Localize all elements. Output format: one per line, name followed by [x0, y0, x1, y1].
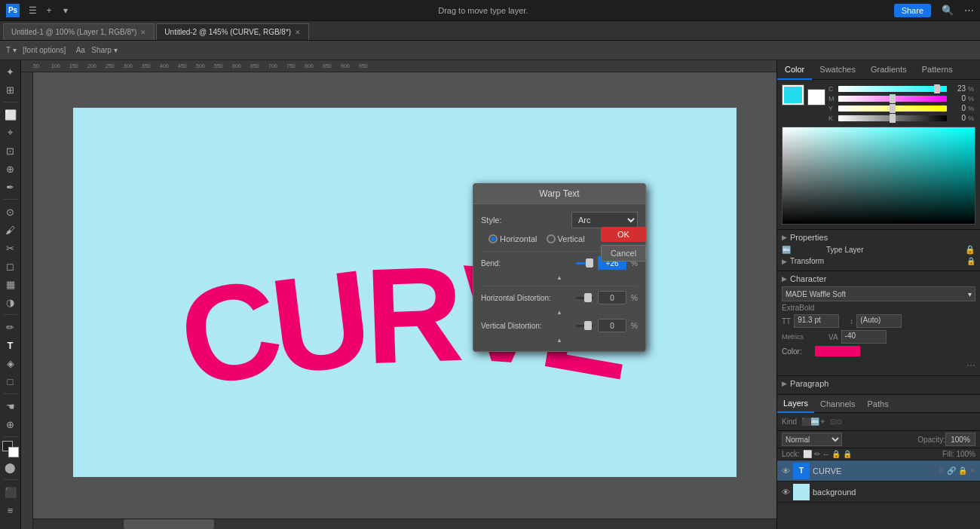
- bend-slider-track[interactable]: [576, 262, 593, 264]
- paragraph-label: Paragraph: [790, 379, 828, 388]
- layers-tabs: Layers Channels Paths: [777, 395, 980, 413]
- artboard-icon[interactable]: ⊞: [2, 81, 19, 98]
- tab-untitled2[interactable]: Untitled-2 @ 145% (CURVE, RGB/8*) ✕: [156, 23, 309, 40]
- share-button[interactable]: Share: [894, 4, 931, 17]
- main-layout: ✦ ⊞ ⬜ ⌖ ⊡ ⊕ ✒ ⊙ 🖌 ✂ ◻ ▦ ◑ ✏ T ◈ □ ☚ ⊕ ⬤ …: [0, 60, 980, 529]
- layer-item-curve[interactable]: 👁 T CURVE ⚙ 🔗 🔒 ✦: [777, 460, 980, 482]
- tab-color[interactable]: Color: [777, 60, 812, 80]
- transform-expand-icon[interactable]: ▶: [782, 258, 787, 265]
- tab-layers[interactable]: Layers: [777, 395, 814, 413]
- tracking-input[interactable]: -40: [841, 330, 887, 344]
- type-icon[interactable]: T: [2, 337, 19, 353]
- add-icon[interactable]: +: [42, 4, 56, 17]
- h-distortion-slider-track[interactable]: [576, 297, 593, 299]
- tab-channels[interactable]: Channels: [814, 395, 861, 413]
- v-distortion-slider-track[interactable]: [576, 325, 593, 327]
- tab-gradients[interactable]: Gradients: [863, 60, 914, 80]
- foreground-color-swatch[interactable]: [782, 84, 804, 105]
- pen-icon[interactable]: ✏: [2, 319, 19, 335]
- chevron-down-icon[interactable]: ▾: [59, 4, 72, 17]
- warp-ok-button[interactable]: OK: [601, 227, 646, 242]
- channel-k-thumb[interactable]: [890, 114, 896, 123]
- h-distortion-slider-thumb[interactable]: [584, 293, 592, 302]
- dodge-icon[interactable]: ◑: [2, 294, 19, 310]
- hand-icon[interactable]: ☚: [2, 398, 19, 414]
- channel-y-thumb[interactable]: [890, 104, 896, 113]
- warp-style-select[interactable]: Arc Arc Lower Arc Upper Arch Bulge Shell…: [571, 212, 638, 228]
- tab-untitled1[interactable]: Untitled-1 @ 100% (Layer 1, RGB/8*) ✕: [3, 23, 155, 40]
- options-text: T ▾ [font options] Aa Sharp ▾: [6, 46, 118, 54]
- layer-eye-background[interactable]: 👁: [782, 488, 790, 497]
- menu-icon[interactable]: ☰: [26, 4, 39, 17]
- vertical-radio[interactable]: Vertical: [547, 234, 585, 243]
- bend-slider-thumb[interactable]: [586, 258, 593, 268]
- healing-icon[interactable]: ⊙: [2, 203, 19, 220]
- channel-m-slider[interactable]: [838, 96, 947, 102]
- leading-icon: ↕: [850, 317, 853, 326]
- properties-icon[interactable]: ≡: [2, 502, 19, 518]
- text-color-swatch[interactable]: [815, 346, 860, 356]
- blend-mode-select[interactable]: Normal: [782, 433, 842, 446]
- eraser-icon[interactable]: ◻: [2, 258, 19, 274]
- foreground-bg-icon[interactable]: [2, 441, 19, 457]
- toolbar-separator-5: [4, 436, 17, 437]
- tab-untitled1-close[interactable]: ✕: [140, 29, 146, 36]
- opacity-input[interactable]: [945, 433, 975, 446]
- v-distortion-input[interactable]: 0: [598, 319, 626, 332]
- layer-item-background[interactable]: 👁 background: [777, 482, 980, 503]
- channel-k-slider[interactable]: [838, 115, 947, 121]
- move-tool-icon[interactable]: ✦: [2, 63, 19, 80]
- zoom-icon[interactable]: ⊕: [2, 416, 19, 433]
- color-row: Color:: [782, 346, 975, 356]
- shape-icon[interactable]: □: [2, 373, 19, 390]
- tab-paths[interactable]: Paths: [862, 395, 895, 413]
- more-options-icon[interactable]: ⋯: [782, 359, 975, 372]
- layer-eye-curve[interactable]: 👁: [782, 466, 790, 475]
- search-icon[interactable]: 🔍: [942, 5, 954, 16]
- tab-swatches[interactable]: Swatches: [812, 60, 863, 80]
- eyedropper-icon[interactable]: ✒: [2, 179, 19, 195]
- kind-label: Kind: [782, 417, 797, 426]
- horizontal-radio[interactable]: Horizontal: [488, 234, 537, 243]
- properties-section: ▶ Properties 🔤 Type Layer 🔒 ▶ Transform …: [777, 230, 980, 271]
- font-size-input[interactable]: 91.3 pt: [794, 314, 839, 328]
- channel-m-pct: %: [968, 95, 975, 102]
- v-distortion-slider-thumb[interactable]: [584, 321, 592, 330]
- crop-icon[interactable]: ⊕: [2, 161, 19, 177]
- brush-icon[interactable]: 🖌: [2, 222, 19, 238]
- bend-slider-arrow: ▲: [481, 274, 638, 281]
- leading-input[interactable]: (Auto): [856, 314, 902, 328]
- more-icon[interactable]: ⋯: [964, 5, 974, 16]
- background-color-swatch[interactable]: [807, 89, 825, 105]
- path-icon[interactable]: ◈: [2, 355, 19, 372]
- warp-dialog-title: Warp Text: [473, 184, 645, 204]
- ruler-mark: 350: [142, 63, 160, 69]
- paragraph-expand-icon[interactable]: ▶: [782, 380, 787, 387]
- clone-icon[interactable]: ✂: [2, 240, 19, 256]
- channel-c-thumb[interactable]: [934, 84, 940, 93]
- marquee-icon[interactable]: ⬜: [2, 106, 19, 123]
- gradient-icon[interactable]: ▦: [2, 276, 19, 292]
- character-expand-icon[interactable]: ▶: [782, 275, 787, 283]
- tab-untitled2-close[interactable]: ✕: [295, 29, 301, 36]
- color-section: C 23 % M: [777, 80, 980, 230]
- tab-patterns[interactable]: Patterns: [914, 60, 960, 80]
- lasso-icon[interactable]: ⌖: [2, 124, 19, 141]
- channel-c-slider[interactable]: [838, 86, 947, 92]
- horizontal-scrollbar[interactable]: [33, 518, 776, 529]
- properties-expand-icon[interactable]: ▶: [782, 234, 787, 241]
- object-select-icon[interactable]: ⊡: [2, 142, 19, 159]
- frame-icon[interactable]: ⬛: [2, 484, 19, 500]
- warp-cancel-button[interactable]: Cancel: [601, 245, 646, 261]
- h-distortion-input[interactable]: 0: [598, 291, 626, 304]
- toolbar-separator-6: [4, 479, 17, 480]
- quick-mask-icon[interactable]: ⬤: [2, 459, 19, 475]
- font-dropdown[interactable]: MADE Waffle Soft ▾: [782, 286, 975, 301]
- ruler-mark: 550: [214, 63, 232, 69]
- color-picker-area[interactable]: [782, 127, 975, 225]
- scrollbar-thumb[interactable]: [124, 519, 214, 529]
- channel-m-thumb[interactable]: [890, 94, 896, 103]
- channel-y-slider[interactable]: [838, 105, 947, 112]
- channel-c-row: C 23 %: [828, 84, 975, 93]
- ruler-mark: 900: [341, 63, 359, 69]
